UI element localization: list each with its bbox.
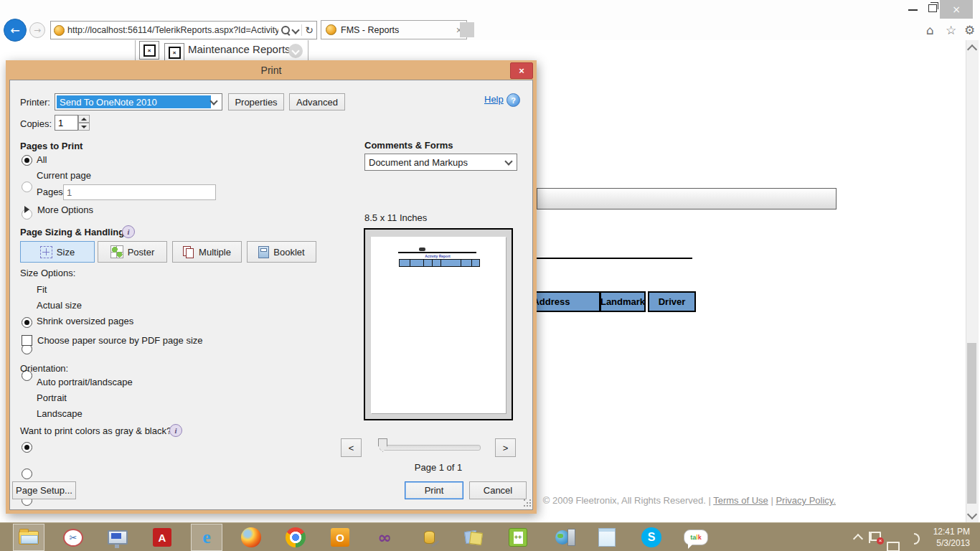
taskbar-remote-desktop[interactable] [102,524,133,551]
help-link[interactable]: Help [484,94,504,105]
taskbar-file-explorer[interactable] [13,524,44,551]
radio-current-page[interactable] [22,182,32,192]
paper-source-checkbox[interactable] [22,335,32,346]
action-center-flag-icon[interactable] [870,532,881,541]
table-header-landmark: Landmark [600,291,646,312]
more-options-link[interactable]: More Options [37,204,93,215]
cancel-button[interactable]: Cancel [469,481,527,499]
broken-image-icon: × [169,47,181,59]
radio-actual-size-label: Actual size [37,300,82,311]
minimize-button[interactable] [908,9,918,11]
terms-of-use-link[interactable]: Terms of Use [713,495,768,506]
radio-landscape-label: Landscape [37,408,83,419]
browser-chrome: × ← → http://localhost:56114/TelerikRepo… [0,0,980,40]
tab-fms-reports[interactable]: FMS - Reports × [321,20,467,39]
visual-studio-icon: ∞ [377,528,391,547]
remote-desktop-icon [108,530,128,545]
radio-auto-orientation[interactable] [22,442,32,453]
taskbar-outlook[interactable]: O [324,524,356,551]
report-title-rule [537,258,692,259]
size-mode-button[interactable]: Size [20,241,95,263]
taskbar-web-server[interactable] [547,524,578,551]
report-dropdown-button[interactable] [288,44,303,58]
window-close-button[interactable]: × [940,0,973,19]
new-tab-button[interactable] [460,22,474,37]
taskbar-snipping-tool[interactable]: ✂ [57,524,89,551]
prev-page-button[interactable]: < [341,438,362,457]
preview-table-header [399,259,480,267]
copies-spin-up[interactable] [78,115,90,123]
report-dropdown-label[interactable]: Maintenance Reports [188,43,291,55]
radio-all[interactable] [22,155,32,166]
help-question-icon[interactable]: ? [507,93,520,107]
copies-input[interactable] [55,115,78,131]
taskbar-chrome[interactable] [280,524,311,551]
report-parameter-bar[interactable] [537,188,837,209]
print-button[interactable]: Print [405,481,463,499]
taskbar-sticky-notes[interactable] [458,524,489,551]
chevron-down-icon[interactable] [292,26,300,34]
multiple-mode-button[interactable]: Multiple [172,241,242,263]
resize-grip[interactable] [524,499,525,501]
next-page-button[interactable]: > [495,438,516,457]
taskbar-firefox[interactable] [235,524,267,551]
scrollbar-thumb[interactable] [967,343,976,504]
chevron-down-icon [209,97,217,105]
copies-spin-down[interactable] [78,123,90,131]
favorites-star-icon[interactable]: ☆ [946,23,956,37]
taskbar-notepad-plus-plus[interactable]: ++ [502,524,534,551]
spin-down-icon [81,126,87,128]
taskbar-internet-explorer[interactable]: e [191,524,222,551]
forward-button[interactable]: → [29,22,45,38]
search-icon[interactable] [281,26,290,34]
close-icon: × [952,4,961,15]
taskbar-visual-studio[interactable]: ∞ [369,524,400,551]
size-options-label: Size Options: [20,268,75,278]
size-icon [40,246,52,258]
taskbar-adobe-reader[interactable]: A [146,524,178,551]
dialog-close-button[interactable]: × [510,62,533,79]
taskbar-notepad[interactable] [591,524,623,551]
refresh-icon[interactable]: ↻ [305,24,314,36]
firefox-icon [241,527,261,547]
info-icon[interactable]: i [169,424,182,437]
home-icon[interactable]: ⌂ [926,23,934,37]
privacy-policy-link[interactable]: Privacy Policy. [776,495,836,506]
show-hidden-icons-chevron[interactable] [853,534,863,544]
poster-mode-button[interactable]: Poster [98,241,167,263]
clock-date: 5/3/2013 [924,537,970,549]
url-text[interactable]: http://localhost:56114/TelerikReports.as… [67,25,278,35]
printer-select[interactable]: Send To OneNote 2010 [55,93,222,110]
pages-range-input[interactable] [63,184,216,200]
divider [301,24,302,36]
paper-size-label: 8.5 x 11 Inches [364,212,427,223]
tray-clock[interactable]: 12:41 PM 5/3/2013 [924,526,970,549]
page-slider-track[interactable] [380,445,481,451]
taskbar-skype[interactable]: S [636,524,667,551]
comments-forms-select[interactable]: Document and Markups [364,154,517,171]
booklet-mode-button[interactable]: Booklet [247,241,316,263]
sticky-notes-icon [464,529,483,546]
radio-portrait[interactable] [22,468,32,479]
report-export-button[interactable]: × [164,43,184,62]
restore-button[interactable] [928,4,937,12]
more-options-arrow-icon[interactable] [24,206,29,213]
properties-button[interactable]: Properties [228,93,284,110]
page-setup-button[interactable]: Page Setup... [12,481,76,499]
report-save-button[interactable]: × [139,41,159,60]
volume-waves-icon[interactable] [914,533,920,545]
network-icon[interactable] [887,542,900,551]
advanced-button[interactable]: Advanced [289,93,345,110]
back-button[interactable]: ← [4,19,27,42]
radio-fit[interactable] [22,317,32,328]
settings-gear-icon[interactable]: ⚙ [964,23,975,37]
info-icon[interactable]: i [122,225,135,238]
tab-title: FMS - Reports [341,25,452,35]
google-talk-icon: talk [684,529,708,545]
taskbar-google-talk[interactable]: talk [680,524,712,551]
copyright-text: © 2009 Fleetronix, All Rights Reserved. … [543,495,711,506]
address-bar[interactable]: http://localhost:56114/TelerikReports.as… [50,21,317,39]
radio-all-label: All [37,154,47,165]
taskbar-database-tools[interactable] [413,524,445,551]
back-icon: ← [10,24,19,37]
